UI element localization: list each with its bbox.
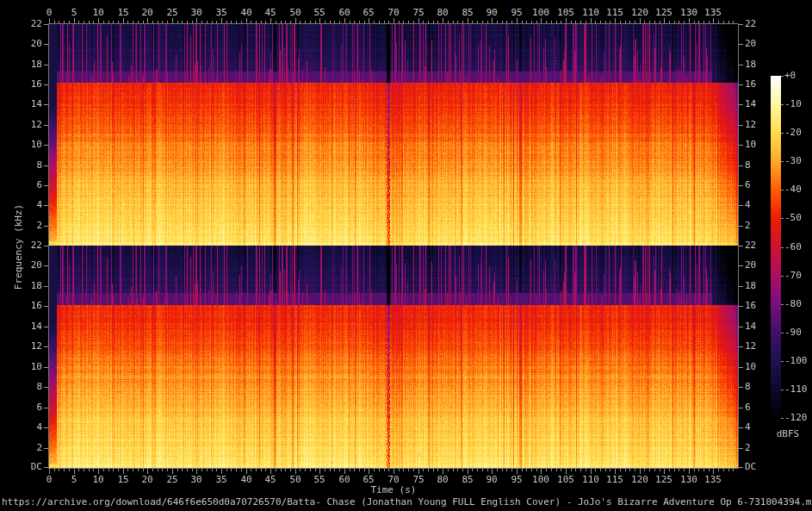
time-tick — [506, 469, 507, 471]
db-tick — [781, 76, 784, 77]
time-tick — [649, 21, 650, 23]
time-tick — [551, 21, 552, 23]
time-tick — [231, 469, 232, 471]
time-tick — [84, 21, 84, 23]
time-tick — [158, 469, 158, 471]
freq-tick — [44, 367, 48, 368]
freq-tick — [739, 104, 743, 105]
time-tick — [127, 469, 128, 471]
time-tick — [640, 18, 641, 23]
time-tick — [89, 21, 90, 23]
time-tick — [285, 21, 286, 23]
time-tick — [733, 469, 734, 471]
freq-tick-label: 8 — [15, 382, 42, 392]
time-tick — [339, 469, 340, 471]
time-tick — [143, 469, 144, 471]
time-tick — [113, 469, 114, 471]
time-tick — [207, 469, 208, 471]
time-tick — [704, 469, 704, 471]
time-tick — [123, 18, 124, 23]
time-tick — [620, 21, 621, 23]
time-tick — [723, 21, 724, 23]
time-tick — [379, 21, 380, 23]
freq-tick — [44, 145, 48, 146]
time-tick — [399, 21, 400, 23]
time-tick — [403, 21, 404, 23]
freq-tick — [739, 346, 743, 347]
time-tick — [59, 469, 59, 471]
time-tick — [98, 18, 99, 23]
freq-tick — [739, 226, 743, 227]
freq-tick-label: 8 — [15, 160, 42, 171]
time-tick — [654, 21, 655, 23]
freq-tick-label: 18 — [15, 59, 42, 70]
time-tick — [413, 21, 414, 23]
time-tick — [660, 21, 660, 23]
time-tick — [571, 21, 572, 23]
time-tick — [472, 21, 473, 23]
freq-tick — [739, 327, 743, 327]
time-tick — [575, 21, 576, 23]
time-tick — [216, 469, 217, 471]
time-tick — [423, 469, 424, 471]
time-tick — [610, 21, 611, 23]
freq-tick-label: 20 — [745, 39, 776, 49]
time-tick-label: 135 — [698, 8, 728, 18]
freq-tick — [739, 467, 743, 468]
time-tick — [718, 469, 719, 471]
time-tick — [300, 469, 301, 471]
time-tick — [679, 21, 679, 23]
time-tick — [290, 21, 291, 23]
time-tick — [506, 21, 507, 23]
freq-tick — [739, 387, 743, 388]
freq-tick — [44, 246, 48, 246]
time-tick — [310, 469, 311, 471]
freq-tick — [739, 448, 743, 449]
time-tick — [276, 21, 276, 23]
time-tick — [605, 21, 606, 23]
time-tick — [561, 469, 561, 471]
time-tick — [93, 469, 94, 471]
freq-tick-label: 22 — [15, 19, 42, 29]
time-tick — [669, 21, 670, 23]
time-tick — [246, 18, 247, 23]
time-tick — [261, 21, 262, 23]
db-tick — [781, 218, 784, 219]
freq-tick-label: 10 — [15, 140, 42, 150]
time-tick — [728, 21, 729, 23]
time-tick — [694, 469, 695, 471]
freq-tick — [739, 125, 743, 126]
time-tick — [448, 469, 449, 471]
time-tick — [709, 21, 710, 23]
time-tick — [152, 21, 153, 23]
time-tick — [595, 21, 596, 23]
time-tick — [625, 21, 626, 23]
time-tick — [212, 469, 213, 471]
time-tick — [196, 18, 197, 23]
time-tick — [517, 18, 518, 23]
time-tick — [384, 469, 385, 471]
freq-tick — [739, 24, 743, 25]
freq-tick — [44, 44, 48, 45]
db-tick-label: +0 — [784, 71, 812, 81]
time-tick — [192, 469, 193, 471]
time-tick — [256, 469, 257, 471]
time-tick — [531, 21, 532, 23]
time-tick — [221, 18, 222, 23]
time-tick — [108, 469, 109, 471]
time-tick — [536, 469, 537, 471]
time-tick — [59, 21, 59, 23]
freq-tick — [739, 408, 743, 408]
time-tick — [177, 21, 178, 23]
time-tick — [615, 18, 616, 23]
time-tick — [162, 21, 163, 23]
freq-tick-label: 2 — [745, 443, 776, 453]
time-tick — [305, 21, 306, 23]
time-tick — [167, 469, 168, 471]
time-tick — [482, 469, 483, 471]
time-tick — [300, 21, 301, 23]
time-tick — [575, 469, 576, 471]
time-tick — [674, 21, 675, 23]
time-tick — [143, 21, 144, 23]
freq-tick-label: 6 — [15, 180, 42, 190]
